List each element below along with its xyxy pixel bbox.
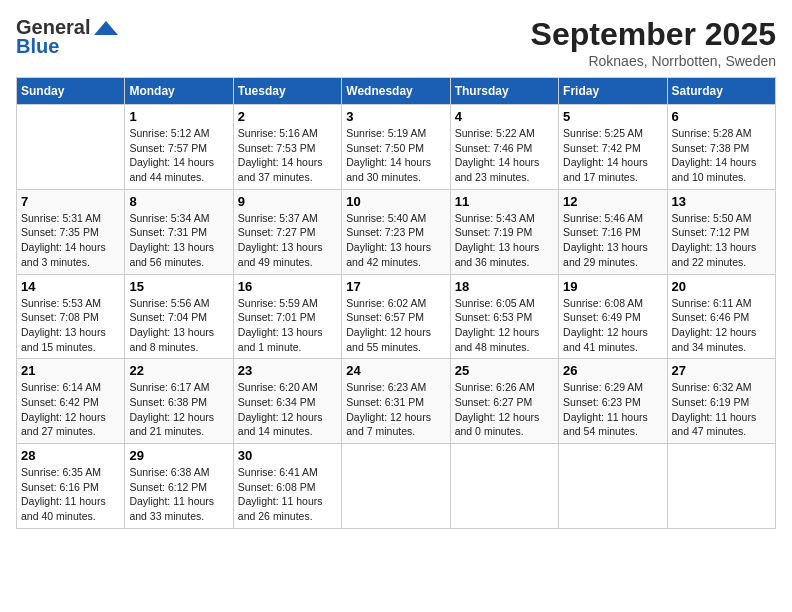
calendar-cell bbox=[559, 444, 667, 529]
calendar-cell bbox=[667, 444, 775, 529]
calendar-cell: 4Sunrise: 5:22 AM Sunset: 7:46 PM Daylig… bbox=[450, 105, 558, 190]
calendar-cell: 29Sunrise: 6:38 AM Sunset: 6:12 PM Dayli… bbox=[125, 444, 233, 529]
day-number: 13 bbox=[672, 194, 771, 209]
day-number: 9 bbox=[238, 194, 337, 209]
day-info: Sunrise: 6:14 AM Sunset: 6:42 PM Dayligh… bbox=[21, 380, 120, 439]
day-info: Sunrise: 5:22 AM Sunset: 7:46 PM Dayligh… bbox=[455, 126, 554, 185]
month-title: September 2025 bbox=[531, 16, 776, 53]
day-number: 28 bbox=[21, 448, 120, 463]
calendar-cell bbox=[17, 105, 125, 190]
week-row-4: 28Sunrise: 6:35 AM Sunset: 6:16 PM Dayli… bbox=[17, 444, 776, 529]
day-info: Sunrise: 5:37 AM Sunset: 7:27 PM Dayligh… bbox=[238, 211, 337, 270]
calendar-cell: 14Sunrise: 5:53 AM Sunset: 7:08 PM Dayli… bbox=[17, 274, 125, 359]
day-info: Sunrise: 6:02 AM Sunset: 6:57 PM Dayligh… bbox=[346, 296, 445, 355]
day-number: 26 bbox=[563, 363, 662, 378]
svg-marker-0 bbox=[94, 21, 118, 35]
day-number: 1 bbox=[129, 109, 228, 124]
day-number: 7 bbox=[21, 194, 120, 209]
day-info: Sunrise: 5:31 AM Sunset: 7:35 PM Dayligh… bbox=[21, 211, 120, 270]
calendar-cell bbox=[450, 444, 558, 529]
day-info: Sunrise: 5:50 AM Sunset: 7:12 PM Dayligh… bbox=[672, 211, 771, 270]
day-info: Sunrise: 5:28 AM Sunset: 7:38 PM Dayligh… bbox=[672, 126, 771, 185]
calendar-cell: 25Sunrise: 6:26 AM Sunset: 6:27 PM Dayli… bbox=[450, 359, 558, 444]
calendar-cell: 6Sunrise: 5:28 AM Sunset: 7:38 PM Daylig… bbox=[667, 105, 775, 190]
calendar-cell: 21Sunrise: 6:14 AM Sunset: 6:42 PM Dayli… bbox=[17, 359, 125, 444]
day-info: Sunrise: 6:20 AM Sunset: 6:34 PM Dayligh… bbox=[238, 380, 337, 439]
day-info: Sunrise: 5:12 AM Sunset: 7:57 PM Dayligh… bbox=[129, 126, 228, 185]
calendar-cell: 22Sunrise: 6:17 AM Sunset: 6:38 PM Dayli… bbox=[125, 359, 233, 444]
day-number: 15 bbox=[129, 279, 228, 294]
logo: General Blue bbox=[16, 16, 120, 58]
calendar-cell: 17Sunrise: 6:02 AM Sunset: 6:57 PM Dayli… bbox=[342, 274, 450, 359]
day-number: 18 bbox=[455, 279, 554, 294]
calendar-cell: 11Sunrise: 5:43 AM Sunset: 7:19 PM Dayli… bbox=[450, 189, 558, 274]
calendar-cell: 23Sunrise: 6:20 AM Sunset: 6:34 PM Dayli… bbox=[233, 359, 341, 444]
calendar-cell: 26Sunrise: 6:29 AM Sunset: 6:23 PM Dayli… bbox=[559, 359, 667, 444]
calendar-cell: 13Sunrise: 5:50 AM Sunset: 7:12 PM Dayli… bbox=[667, 189, 775, 274]
page-header: General Blue September 2025 Roknaes, Nor… bbox=[16, 16, 776, 69]
day-info: Sunrise: 6:29 AM Sunset: 6:23 PM Dayligh… bbox=[563, 380, 662, 439]
calendar-cell: 16Sunrise: 5:59 AM Sunset: 7:01 PM Dayli… bbox=[233, 274, 341, 359]
header-monday: Monday bbox=[125, 78, 233, 105]
day-number: 14 bbox=[21, 279, 120, 294]
calendar-cell: 15Sunrise: 5:56 AM Sunset: 7:04 PM Dayli… bbox=[125, 274, 233, 359]
day-number: 19 bbox=[563, 279, 662, 294]
day-info: Sunrise: 5:53 AM Sunset: 7:08 PM Dayligh… bbox=[21, 296, 120, 355]
day-number: 5 bbox=[563, 109, 662, 124]
day-info: Sunrise: 5:46 AM Sunset: 7:16 PM Dayligh… bbox=[563, 211, 662, 270]
header-wednesday: Wednesday bbox=[342, 78, 450, 105]
day-info: Sunrise: 5:25 AM Sunset: 7:42 PM Dayligh… bbox=[563, 126, 662, 185]
day-info: Sunrise: 5:56 AM Sunset: 7:04 PM Dayligh… bbox=[129, 296, 228, 355]
calendar-cell bbox=[342, 444, 450, 529]
day-info: Sunrise: 6:17 AM Sunset: 6:38 PM Dayligh… bbox=[129, 380, 228, 439]
day-number: 12 bbox=[563, 194, 662, 209]
calendar-cell: 5Sunrise: 5:25 AM Sunset: 7:42 PM Daylig… bbox=[559, 105, 667, 190]
week-row-1: 7Sunrise: 5:31 AM Sunset: 7:35 PM Daylig… bbox=[17, 189, 776, 274]
header-friday: Friday bbox=[559, 78, 667, 105]
header-tuesday: Tuesday bbox=[233, 78, 341, 105]
week-row-2: 14Sunrise: 5:53 AM Sunset: 7:08 PM Dayli… bbox=[17, 274, 776, 359]
day-number: 10 bbox=[346, 194, 445, 209]
calendar-cell: 9Sunrise: 5:37 AM Sunset: 7:27 PM Daylig… bbox=[233, 189, 341, 274]
day-number: 16 bbox=[238, 279, 337, 294]
day-number: 23 bbox=[238, 363, 337, 378]
day-number: 17 bbox=[346, 279, 445, 294]
day-number: 30 bbox=[238, 448, 337, 463]
header-thursday: Thursday bbox=[450, 78, 558, 105]
day-info: Sunrise: 6:35 AM Sunset: 6:16 PM Dayligh… bbox=[21, 465, 120, 524]
day-number: 29 bbox=[129, 448, 228, 463]
day-number: 11 bbox=[455, 194, 554, 209]
day-info: Sunrise: 5:59 AM Sunset: 7:01 PM Dayligh… bbox=[238, 296, 337, 355]
day-number: 8 bbox=[129, 194, 228, 209]
week-row-3: 21Sunrise: 6:14 AM Sunset: 6:42 PM Dayli… bbox=[17, 359, 776, 444]
calendar-cell: 7Sunrise: 5:31 AM Sunset: 7:35 PM Daylig… bbox=[17, 189, 125, 274]
calendar-cell: 19Sunrise: 6:08 AM Sunset: 6:49 PM Dayli… bbox=[559, 274, 667, 359]
day-info: Sunrise: 5:43 AM Sunset: 7:19 PM Dayligh… bbox=[455, 211, 554, 270]
day-number: 25 bbox=[455, 363, 554, 378]
day-info: Sunrise: 5:34 AM Sunset: 7:31 PM Dayligh… bbox=[129, 211, 228, 270]
calendar-cell: 18Sunrise: 6:05 AM Sunset: 6:53 PM Dayli… bbox=[450, 274, 558, 359]
day-number: 24 bbox=[346, 363, 445, 378]
header-sunday: Sunday bbox=[17, 78, 125, 105]
calendar-cell: 12Sunrise: 5:46 AM Sunset: 7:16 PM Dayli… bbox=[559, 189, 667, 274]
day-number: 21 bbox=[21, 363, 120, 378]
calendar-cell: 10Sunrise: 5:40 AM Sunset: 7:23 PM Dayli… bbox=[342, 189, 450, 274]
day-info: Sunrise: 6:23 AM Sunset: 6:31 PM Dayligh… bbox=[346, 380, 445, 439]
calendar-cell: 20Sunrise: 6:11 AM Sunset: 6:46 PM Dayli… bbox=[667, 274, 775, 359]
title-block: September 2025 Roknaes, Norrbotten, Swed… bbox=[531, 16, 776, 69]
calendar-cell: 30Sunrise: 6:41 AM Sunset: 6:08 PM Dayli… bbox=[233, 444, 341, 529]
day-info: Sunrise: 6:26 AM Sunset: 6:27 PM Dayligh… bbox=[455, 380, 554, 439]
day-info: Sunrise: 6:05 AM Sunset: 6:53 PM Dayligh… bbox=[455, 296, 554, 355]
day-info: Sunrise: 6:38 AM Sunset: 6:12 PM Dayligh… bbox=[129, 465, 228, 524]
day-info: Sunrise: 5:16 AM Sunset: 7:53 PM Dayligh… bbox=[238, 126, 337, 185]
logo-icon bbox=[92, 19, 120, 37]
day-number: 27 bbox=[672, 363, 771, 378]
day-info: Sunrise: 5:19 AM Sunset: 7:50 PM Dayligh… bbox=[346, 126, 445, 185]
day-number: 3 bbox=[346, 109, 445, 124]
day-number: 6 bbox=[672, 109, 771, 124]
day-info: Sunrise: 5:40 AM Sunset: 7:23 PM Dayligh… bbox=[346, 211, 445, 270]
day-info: Sunrise: 6:08 AM Sunset: 6:49 PM Dayligh… bbox=[563, 296, 662, 355]
calendar-cell: 1Sunrise: 5:12 AM Sunset: 7:57 PM Daylig… bbox=[125, 105, 233, 190]
calendar-cell: 27Sunrise: 6:32 AM Sunset: 6:19 PM Dayli… bbox=[667, 359, 775, 444]
week-row-0: 1Sunrise: 5:12 AM Sunset: 7:57 PM Daylig… bbox=[17, 105, 776, 190]
